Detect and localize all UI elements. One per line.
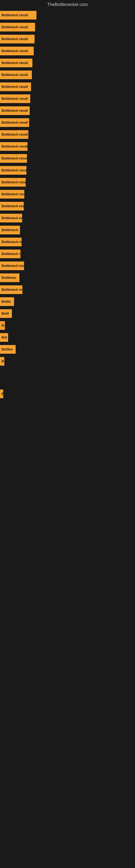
bar-row bbox=[0, 400, 135, 410]
bar-label: Bottleneck result bbox=[2, 13, 28, 17]
bar-row: Bottleneck result bbox=[0, 33, 135, 45]
bar-row: Bottleneck result bbox=[0, 129, 135, 141]
bar-row: Bottleneck result bbox=[0, 164, 135, 176]
bar-row: Bottleneck result bbox=[0, 200, 135, 212]
result-bar: Bottleneck result bbox=[0, 142, 28, 151]
result-bar: B bbox=[0, 321, 5, 330]
site-title: TheBottlenecker.com bbox=[0, 0, 135, 9]
bar-row: Bottleneck re bbox=[0, 212, 135, 224]
result-bar: Bottleneck resu bbox=[0, 190, 24, 198]
bar-row: Bottl bbox=[0, 308, 135, 319]
result-bar: Bottleneck result bbox=[0, 202, 24, 211]
bar-row: Bottleneck result bbox=[0, 117, 135, 129]
bar-row: Bottleneck result bbox=[0, 141, 135, 152]
result-bar: B bbox=[0, 357, 4, 366]
bar-row bbox=[0, 367, 135, 378]
bar-row: B bbox=[0, 319, 135, 332]
bar-label: Bottleneck result bbox=[2, 109, 28, 113]
bar-row: B bbox=[0, 388, 135, 400]
bar-row: Bottleneck result bbox=[0, 69, 135, 81]
bar-label: Bottleneck result bbox=[2, 73, 28, 77]
bar-row: Bottleneck resu bbox=[0, 260, 135, 272]
bar-label: Bottleneck result bbox=[2, 180, 26, 184]
result-bar: Bottleneck result bbox=[0, 154, 27, 163]
bar-row: Bottleneck result bbox=[0, 81, 135, 93]
result-bar: Bottleneck result bbox=[0, 35, 35, 43]
bar-label: Bottleneck result bbox=[2, 85, 28, 89]
bar-label: Bottleneck result bbox=[2, 121, 28, 124]
bar-row: Bottle bbox=[0, 296, 135, 308]
result-bar: Bottleneck re bbox=[0, 214, 22, 222]
result-bar: Bottleneck result bbox=[0, 106, 30, 115]
bar-label: Bottleneck result bbox=[2, 25, 28, 29]
bar-label: Bottleneck r bbox=[2, 252, 20, 256]
bar-label: B bbox=[2, 323, 4, 328]
bar-label: Bottleneck result bbox=[2, 49, 28, 53]
result-bar: Bottleneck result bbox=[0, 11, 37, 20]
result-bar: Bottleneck res bbox=[0, 238, 21, 246]
bar-row: Bottleneck result bbox=[0, 45, 135, 57]
result-bar: Bottleneck result bbox=[0, 59, 32, 67]
result-bar: Bottlenec bbox=[0, 273, 19, 282]
result-bar: Bottlen bbox=[0, 345, 16, 354]
bar-label: Bottleneck re bbox=[2, 216, 22, 220]
bar-label: Bottleneck result bbox=[2, 145, 28, 148]
bar-row: Bottlenec bbox=[0, 272, 135, 284]
bar-label: Bottleneck result bbox=[2, 156, 27, 160]
bar-row: Bottleneck re bbox=[0, 284, 135, 296]
result-bar: Bottleneck result bbox=[0, 166, 27, 175]
bar-row: Bottleneck bbox=[0, 224, 135, 236]
bar-row: Bottleneck res bbox=[0, 236, 135, 248]
result-bar: Bottleneck result bbox=[0, 83, 31, 91]
result-bar: Bottleneck resu bbox=[0, 261, 24, 270]
bar-row: Bottleneck resu bbox=[0, 188, 135, 200]
result-bar: Bottleneck result bbox=[0, 46, 34, 55]
bar-row: Bottleneck result bbox=[0, 176, 135, 188]
bar-label: Bottleneck result bbox=[2, 204, 24, 208]
bar-row: Bottleneck result bbox=[0, 105, 135, 117]
bar-row: Bottleneck result bbox=[0, 57, 135, 69]
bar-row: Bottlen bbox=[0, 343, 135, 355]
result-bar: Bottleneck result bbox=[0, 23, 35, 31]
bars-container: Bottleneck resultBottleneck resultBottle… bbox=[0, 9, 135, 421]
bar-row bbox=[0, 378, 135, 388]
bar-row: B bbox=[0, 355, 135, 367]
bar-label: Bottle bbox=[2, 300, 11, 304]
bar-label: Bottleneck result bbox=[2, 61, 28, 65]
result-bar: Bottleneck r bbox=[0, 250, 20, 258]
result-bar: Bottleneck result bbox=[0, 130, 28, 139]
result-bar: Bottl bbox=[0, 309, 12, 318]
bar-label: Bottleneck re bbox=[2, 288, 22, 291]
bar-row bbox=[0, 410, 135, 421]
bar-row: Bottleneck r bbox=[0, 248, 135, 260]
bar-row: Bottleneck result bbox=[0, 21, 135, 33]
result-bar: Bottleneck result bbox=[0, 178, 26, 187]
bar-label: Bottleneck result bbox=[2, 168, 27, 172]
bar-label: Bottleneck result bbox=[2, 133, 28, 136]
result-bar: Bottleneck result bbox=[0, 118, 29, 127]
result-bar: Bottleneck bbox=[0, 226, 20, 235]
bar-label: B bbox=[2, 360, 4, 363]
result-bar: Bottleneck result bbox=[0, 94, 30, 103]
bar-label: Bottlen bbox=[2, 347, 13, 351]
bar-label: Bottl bbox=[2, 312, 9, 315]
bar-label: B bbox=[2, 392, 3, 396]
result-bar: Bottleneck re bbox=[0, 285, 22, 294]
result-bar: Bottle bbox=[0, 297, 14, 306]
bar-row: Bottleneck result bbox=[0, 93, 135, 105]
bar-row: Bottleneck result bbox=[0, 9, 135, 21]
bar-label: Bottleneck res bbox=[2, 240, 21, 244]
bar-label: Bottleneck resu bbox=[2, 192, 24, 196]
result-bar: Bottleneck result bbox=[0, 70, 32, 79]
bar-row: Bottleneck result bbox=[0, 152, 135, 164]
bar-label: Bottleneck bbox=[2, 228, 18, 232]
bar-label: Bottleneck resu bbox=[2, 264, 24, 268]
result-bar: Bot bbox=[0, 333, 8, 342]
bar-row: Bot bbox=[0, 332, 135, 343]
bar-label: Bottlenec bbox=[2, 276, 16, 280]
bar-label: Bottleneck result bbox=[2, 97, 28, 101]
bar-label: Bot bbox=[2, 336, 7, 339]
result-bar: B bbox=[0, 390, 3, 398]
bar-label: Bottleneck result bbox=[2, 37, 28, 41]
